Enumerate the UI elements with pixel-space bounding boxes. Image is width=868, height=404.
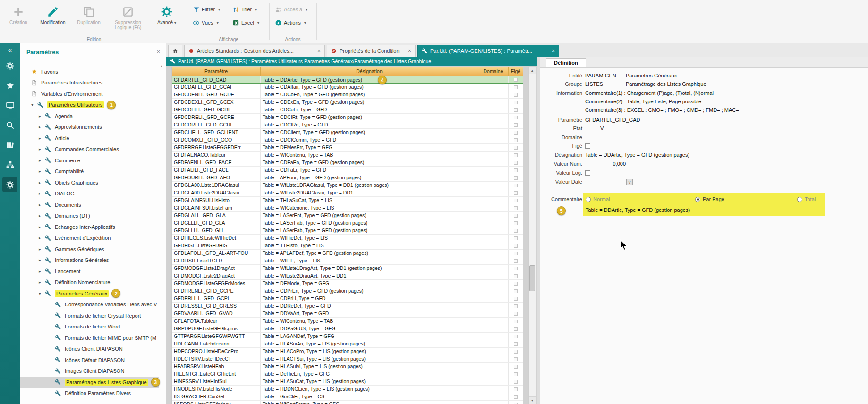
table-row[interactable]: HDECOPRO.ListeHDeCoProTable = HLACoPro, … <box>172 348 523 355</box>
table-row[interactable]: GFDPRENLI._GFD_GCPETable = CDPrEn, Type … <box>172 287 523 295</box>
chevron-right-icon[interactable]: ▸ <box>39 114 45 118</box>
table-vertical-scrollbar[interactable]: ▲ ▼ <box>528 67 536 404</box>
close-icon[interactable]: × <box>156 48 160 55</box>
close-icon[interactable]: × <box>317 48 321 54</box>
fige-checkbox[interactable] <box>514 350 518 354</box>
trier-button[interactable]: Trier ▾ <box>230 4 259 15</box>
fige-checkbox[interactable] <box>514 365 518 369</box>
fige-checkbox[interactable] <box>585 143 590 149</box>
fige-checkbox[interactable] <box>514 387 518 391</box>
sidebar-item[interactable]: Formats de fichier MIME pour SMTP (M <box>20 332 159 344</box>
fige-checkbox[interactable] <box>514 289 518 293</box>
valeur-num-value[interactable]: 0,000 <box>585 161 626 167</box>
table-row[interactable]: GFDCLIELI._GFD_GCLIENTTable = CDClient, … <box>172 129 523 136</box>
fige-checkbox[interactable] <box>514 380 518 384</box>
sidebar-item[interactable]: ▸Echanges Inter-Applicatifs <box>20 221 159 233</box>
avance-button[interactable]: Avancé▾ <box>151 3 182 34</box>
fige-checkbox[interactable] <box>514 312 518 316</box>
table-row[interactable]: GFDGLLLI._GFD_GLLTable = LASerFab, Type … <box>172 227 523 235</box>
column-header-parametre[interactable]: Paramètre <box>172 67 261 76</box>
sidebar-item[interactable]: ▸Lancement <box>20 266 159 277</box>
fige-checkbox[interactable] <box>514 199 518 202</box>
chevron-right-icon[interactable]: ▸ <box>39 213 45 218</box>
fige-checkbox[interactable] <box>514 229 518 233</box>
table-row[interactable]: GFDERRGF.ListeGFGGFDErrTable = DEMesErr,… <box>172 144 523 152</box>
table-row[interactable]: GFLAFOTA.TableurTable = WfContenu, Type … <box>172 318 523 325</box>
fige-checkbox[interactable] <box>514 191 518 195</box>
table-row[interactable]: GFDGLAINFSUI.LisHistoTable = THLaSuCat, … <box>172 197 523 204</box>
table-row[interactable]: GFDCDRLLI._GFD_GCRLTable = CDCIRd, Type … <box>172 121 523 129</box>
sidebar-item[interactable]: Images Client DIAPASON <box>20 366 159 377</box>
fige-checkbox[interactable] <box>514 116 518 119</box>
fige-checkbox[interactable] <box>514 131 518 135</box>
table-row[interactable]: GFDRESSLI._GFD_GRESSTable = DDReDef, Typ… <box>172 303 523 310</box>
sidebar-item[interactable]: Icônes Défaut DIAPASON <box>20 354 159 366</box>
table-row[interactable]: HINFSSRV.ListeHInfSuiTable = HLASuCat, T… <box>172 378 523 386</box>
table-row[interactable]: GFDPRLILI._GFD_GCPLTable = CDPrLi, Type … <box>172 295 523 303</box>
sidebar-item[interactable]: Correspondance Variables Liens avec V <box>20 299 159 311</box>
sidebar-item[interactable]: ▸Approvisionnements <box>20 122 159 133</box>
chevron-right-icon[interactable]: ▸ <box>39 169 45 174</box>
sidebar-item[interactable]: Favoris <box>20 66 159 77</box>
table-row[interactable]: GFDCDRELI._GFD_GCRETable = CDCIRt, Type … <box>172 114 523 121</box>
tab-articles-standards[interactable]: Articles Standards : Gestion des Article… <box>184 45 325 57</box>
table-row[interactable]: GFDLAFOLI._GFD_AL-ART-FOUTable = APLAFDe… <box>172 250 523 257</box>
sidebar-item[interactable]: ▸Comptabilité <box>20 166 159 177</box>
close-icon[interactable]: × <box>408 48 411 54</box>
table-row[interactable]: GFDGLA00.Liste1DRAGfasuiTable = WfListe1… <box>172 182 523 189</box>
fige-checkbox[interactable] <box>514 146 518 150</box>
sidebar-item[interactable]: ▸Article <box>20 133 159 144</box>
table-row[interactable]: IISFODS.ListeGFGfcdocuTable = WfCartFram… <box>172 401 523 404</box>
fige-checkbox[interactable] <box>514 282 518 286</box>
sidebar-item[interactable]: Définition Paramètres Divers <box>20 388 159 399</box>
duplication-button[interactable]: Duplication <box>73 3 105 34</box>
table-row[interactable]: GFDCDLILI._GFD_GCDLTable = CDCoLi, Type … <box>172 106 523 114</box>
table-row[interactable]: GTTPARGF.ListeGFGWFWGTTTable = LAGANDef,… <box>172 333 523 340</box>
creation-button[interactable]: Création <box>4 3 33 34</box>
fige-checkbox[interactable] <box>514 335 518 338</box>
valeur-log-checkbox[interactable] <box>585 170 590 176</box>
fige-checkbox[interactable] <box>514 206 518 210</box>
chevron-right-icon[interactable]: ▸ <box>39 247 45 252</box>
chevron-right-icon[interactable]: ▸ <box>39 158 45 163</box>
chevron-right-icon[interactable]: ▸ <box>39 236 45 240</box>
table-row[interactable]: IIS-GRACLIFR.ConSelTable = GraCliFr, Typ… <box>172 393 523 401</box>
fige-checkbox[interactable] <box>514 372 518 376</box>
table-row[interactable]: GFDFAENLI._GFD_FACETable = CDFaEn, Type … <box>172 159 523 167</box>
fige-checkbox[interactable] <box>514 267 518 270</box>
table-row[interactable]: GFDCDENLI._GFD_GCDETable = CDCoEn, Type … <box>172 91 523 99</box>
chevron-right-icon[interactable]: ▸ <box>39 136 45 141</box>
table-row[interactable]: GFDHIEGES.ListeWfHieDetTable = WfHieDet,… <box>172 235 523 242</box>
designation-value[interactable]: Table = DDArtic, Type = GFD (gestion pag… <box>585 152 689 158</box>
fige-checkbox[interactable] <box>514 252 518 255</box>
table-row[interactable]: GFDMODGF.Liste2DragActTable = WfListe2Dr… <box>172 272 523 280</box>
chevron-right-icon[interactable]: ▸ <box>39 191 45 196</box>
sidebar-item[interactable]: ▾Parametres Généraux2 <box>20 288 159 299</box>
sidebar-item[interactable]: ▸Commerce <box>20 155 159 166</box>
fige-checkbox[interactable] <box>514 236 518 240</box>
comment-text[interactable]: Table = DDArtic, Type = GFD (gestion pag… <box>586 207 690 213</box>
chevron-down-icon[interactable]: ▾ <box>31 102 37 107</box>
modification-button[interactable]: Modification <box>35 3 71 34</box>
favorites-nav-icon[interactable] <box>2 78 17 93</box>
suppression-logique-button[interactable]: Suppression Logique (F6) <box>107 3 149 34</box>
table-row[interactable]: GFDHISLI.ListeGFDHISTable = TTHisto, Typ… <box>172 242 523 250</box>
table-row[interactable]: HDECANN.ListehdecannTable = HLASuiAn, Ty… <box>172 340 523 348</box>
sidebar-item[interactable]: ▸Domaines (DT) <box>20 210 159 222</box>
fige-checkbox[interactable] <box>514 297 518 301</box>
table-row[interactable]: GFDCDAFLI._GFD_GCAFTable = CDAffair, Typ… <box>172 84 523 91</box>
close-icon[interactable]: × <box>552 48 555 54</box>
column-header-fige[interactable]: Figé <box>509 67 523 76</box>
table-row[interactable]: GRPDPUGF.ListeGFGfcgrusTable = DDPaGrUS,… <box>172 325 523 333</box>
settings-nav-icon[interactable] <box>2 58 17 73</box>
sidebar-item[interactable]: Variables d'Environnement <box>20 88 159 100</box>
scroll-up-icon[interactable]: ▲ <box>529 67 536 74</box>
chevron-right-icon[interactable]: ▸ <box>39 225 45 229</box>
sidebar-item[interactable]: ▸Agenda <box>20 110 159 122</box>
chevron-right-icon[interactable]: ▸ <box>39 180 45 185</box>
sidebar-item[interactable]: Icônes Client DIAPASON <box>20 344 159 355</box>
fige-checkbox[interactable] <box>514 320 518 323</box>
monitor-nav-icon[interactable] <box>2 98 17 113</box>
fige-checkbox[interactable] <box>514 327 518 331</box>
fige-checkbox[interactable] <box>514 274 518 278</box>
